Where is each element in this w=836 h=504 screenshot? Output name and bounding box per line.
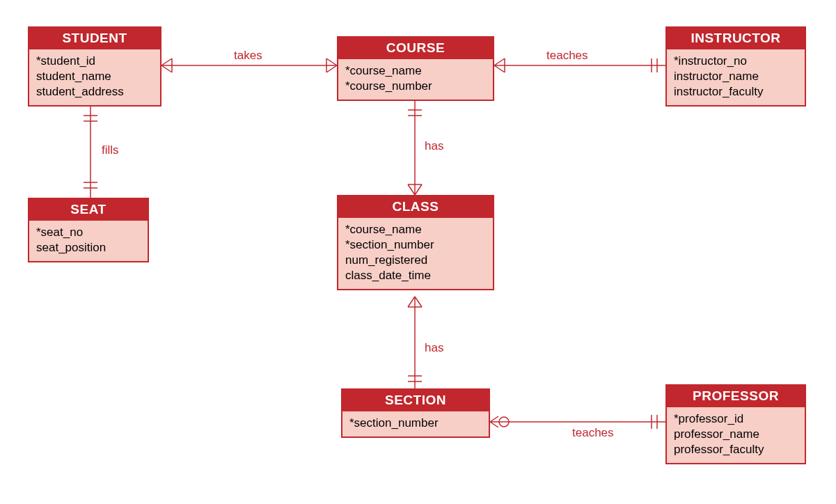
label-takes: takes (234, 49, 262, 63)
attr: *section_number (349, 416, 482, 431)
entity-instructor-title: INSTRUCTOR (667, 28, 805, 49)
attr: *professor_id (674, 411, 798, 427)
svg-line-22 (415, 184, 422, 195)
attr: *section_number (345, 237, 486, 253)
attr: class_date_time (345, 268, 486, 283)
attr: instructor_name (674, 69, 798, 84)
entity-instructor: INSTRUCTOR *instructor_no instructor_nam… (665, 26, 806, 107)
label-teaches-instructor: teaches (546, 49, 588, 63)
svg-line-9 (494, 65, 505, 72)
svg-line-4 (326, 58, 337, 65)
entity-class-title: CLASS (338, 196, 493, 218)
attr: professor_faculty (674, 442, 798, 457)
attr: *student_id (36, 54, 153, 69)
entity-student-body: *student_id student_name student_address (29, 49, 160, 105)
entity-seat-title: SEAT (29, 199, 148, 221)
svg-line-5 (326, 65, 337, 72)
svg-line-26 (415, 297, 422, 307)
attr: instructor_faculty (674, 84, 798, 100)
entity-professor: PROFESSOR *professor_id professor_name p… (665, 384, 806, 464)
rel-has-course-class (408, 100, 422, 195)
attr: *course_name (345, 63, 486, 79)
entity-section-body: *section_number (342, 411, 489, 436)
label-fills: fills (102, 143, 119, 157)
attr: student_name (36, 69, 153, 84)
label-teaches-professor: teaches (572, 426, 614, 440)
svg-line-2 (161, 65, 172, 72)
svg-line-8 (494, 58, 505, 65)
label-has-1: has (425, 139, 443, 153)
entity-seat: SEAT *seat_no seat_position (28, 198, 149, 262)
entity-section-title: SECTION (342, 390, 489, 411)
rel-fills (84, 106, 97, 198)
entity-professor-title: PROFESSOR (667, 386, 805, 407)
attr: seat_position (36, 240, 141, 255)
entity-seat-body: *seat_no seat_position (29, 221, 148, 261)
svg-line-25 (408, 297, 415, 307)
entity-student: STUDENT *student_id student_name student… (28, 26, 161, 107)
rel-has-class-section (408, 297, 422, 388)
attr: student_address (36, 84, 153, 100)
attr: *instructor_no (674, 54, 798, 69)
svg-line-1 (161, 58, 172, 65)
entity-class: CLASS *course_name *section_number num_r… (337, 195, 494, 290)
attr: *course_name (345, 222, 486, 237)
attr: *course_number (345, 79, 486, 94)
entity-section: SECTION *section_number (341, 388, 490, 438)
entity-class-body: *course_name *section_number num_registe… (338, 218, 493, 289)
svg-line-32 (490, 416, 498, 422)
entity-course-title: COURSE (338, 38, 493, 59)
attr: *seat_no (36, 225, 141, 240)
attr: professor_name (674, 427, 798, 442)
svg-line-33 (490, 422, 498, 427)
svg-line-21 (408, 184, 415, 195)
label-has-2: has (425, 341, 443, 355)
entity-student-title: STUDENT (29, 28, 160, 49)
entity-course: COURSE *course_name *course_number (337, 36, 494, 101)
attr: num_registered (345, 253, 486, 268)
entity-course-body: *course_name *course_number (338, 59, 493, 100)
svg-point-31 (499, 417, 509, 427)
entity-professor-body: *professor_id professor_name professor_f… (667, 407, 805, 463)
entity-instructor-body: *instructor_no instructor_name instructo… (667, 49, 805, 105)
